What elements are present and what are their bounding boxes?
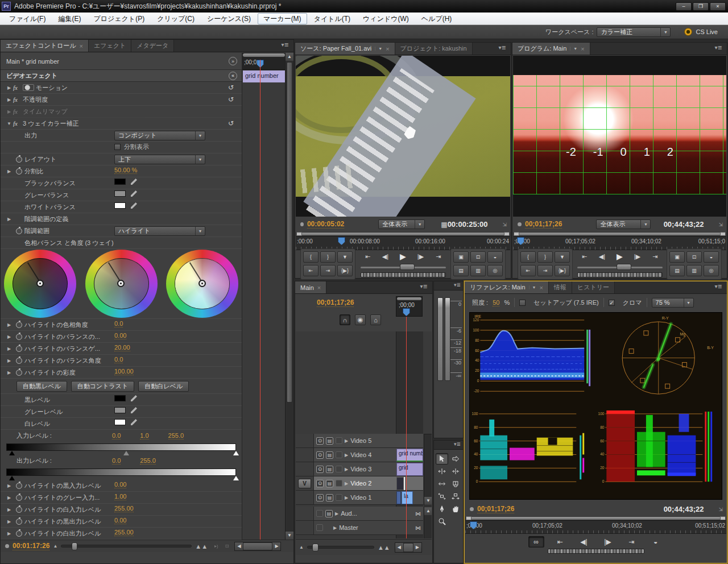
level-value[interactable]: 255.0 [140,457,156,465]
shuttle-thumb[interactable] [617,264,631,270]
clip-grid-number[interactable]: grid number [396,449,423,462]
panel-menu-icon[interactable]: ▾≣ [454,441,463,449]
track-master[interactable]: ▶ Master ⋈ [296,521,423,535]
stopwatch-icon[interactable] [16,507,22,513]
set-out-point-button[interactable]: } [320,251,336,263]
toggle-track-output-icon[interactable]: ⊙ [316,466,324,473]
tab-reference[interactable]: リファレンス: Main ▼ × [465,281,549,293]
clip-trim-edge[interactable] [396,477,404,490]
scroll-right-icon[interactable]: ▶ [272,542,280,550]
hue-wheel-highlights[interactable] [166,250,238,318]
timeline-current-timecode[interactable]: 00;01;17;26 [317,298,354,307]
goto-next-marker-button[interactable]: ⇥ [320,265,336,276]
param-value[interactable]: 0.0 [114,356,123,363]
menu-2[interactable]: プロジェクト(P) [88,13,150,24]
stopwatch-icon[interactable] [16,228,22,234]
twirl-icon[interactable]: ▶ [5,519,13,524]
twirl-icon[interactable]: ▶ [5,334,13,339]
extract-button[interactable]: ▥ [470,265,486,276]
twirl-icon[interactable]: ▶ [5,97,13,102]
zoom-slider-thumb[interactable] [72,542,77,550]
tab-source[interactable]: ソース: Paper Fall_01.avi ▼ × [295,43,395,55]
param-value[interactable]: 0.00 [114,332,126,339]
slide-tool[interactable] [449,491,462,502]
panel-menu-icon[interactable]: ▾≣ [282,40,293,52]
toggle-track-output-icon[interactable]: ⊙ [316,480,324,487]
play-button[interactable]: ▶ [613,251,627,262]
tab-metadata[interactable]: メタデータ [131,40,174,52]
track-lock-toggle[interactable] [336,480,342,487]
close-icon[interactable]: × [539,284,543,291]
level-value[interactable]: 255.0 [168,432,184,439]
goto-out-button[interactable]: ⇥ [431,251,446,262]
track-source-indicator[interactable] [296,507,314,520]
toggle-track-output-icon[interactable]: ⊙ [316,494,324,501]
twirl-icon[interactable]: ▶ [5,322,13,327]
set-in-point-button[interactable]: { [303,251,318,263]
param-value[interactable]: 255.00 [114,529,134,536]
step-forward-button[interactable]: |▶ [630,251,645,262]
level-handle[interactable] [123,448,129,455]
color-swatch[interactable] [114,179,126,185]
param-dropdown[interactable]: コンポジット▼ [114,131,205,140]
stopwatch-icon[interactable] [16,483,22,489]
shuttle-thumb[interactable] [400,264,415,270]
effect-row[interactable]: ▶fx不透明度↺ [1,94,242,106]
track-lock-toggle[interactable] [336,494,342,501]
chevron-down-icon[interactable]: ▼ [570,47,577,51]
play-in-to-out-button[interactable]: {▶} [555,265,570,276]
effect-controls-mini-timeline[interactable]: ;00;00 grid number [242,53,286,540]
stopwatch-icon[interactable] [16,530,22,537]
scroll-down-icon[interactable]: ▼ [286,532,293,540]
stopwatch-icon[interactable] [16,346,22,352]
gang-button[interactable]: ∞ [528,536,544,548]
goto-out-button[interactable]: ⇥ [648,251,663,262]
auto-button-0[interactable]: 自動黒レベル [16,381,67,392]
level-handle[interactable] [9,448,15,455]
shuttle-slider[interactable] [361,264,446,271]
param-value[interactable]: 0.0 [114,320,123,327]
toggle-track-output-icon[interactable]: ⊙ [316,451,324,459]
rate-stretch-tool[interactable] [436,478,448,490]
export-icon[interactable]: ⊡ [225,544,229,549]
twirl-icon[interactable]: ▶ [5,507,13,512]
twirl-icon[interactable]: ▶ [5,109,13,114]
pen-tool[interactable] [436,503,448,515]
param-value[interactable]: 0.00 [114,517,126,524]
twirl-icon[interactable]: ▶ [5,346,13,351]
video-effects-section[interactable]: ビデオエフェクト « [1,70,242,82]
reset-icon[interactable]: ↺ [228,84,234,92]
audio-tracks-scrollbar[interactable]: ▲ [424,507,432,538]
drag-video-icon[interactable]: ▦ [441,221,447,229]
twirl-icon[interactable]: ▶ [5,169,13,174]
eyedropper-icon[interactable] [131,179,137,185]
timeline-playhead[interactable] [403,308,410,316]
set-display-style-icon[interactable]: ▤ [326,451,333,459]
twirl-icon[interactable]: ▶ [345,438,348,443]
tab-sequence-main[interactable]: Main× [295,281,326,293]
track-source-indicator[interactable] [296,448,314,462]
timeline-ruler[interactable]: ;00;00 [396,296,423,317]
source-video-area[interactable] [296,56,510,217]
reference-current-timecode[interactable]: 00;01;17;26 [477,505,514,513]
work-area-bar[interactable] [243,53,285,57]
scrollbar-thumb[interactable] [403,543,413,552]
scrollbar-thumb[interactable] [243,542,272,550]
menu-3[interactable]: クリップ(C) [151,13,200,24]
title-bar[interactable]: Pr Adobe Premiere Pro - C:¥ユーザー¥stavrosf… [0,0,728,13]
zoom-slider-thumb[interactable] [312,544,318,551]
param-value[interactable]: 255.00 [114,505,134,512]
goto-in-button[interactable]: ⇤ [577,251,592,262]
add-marker-button[interactable]: ▼ [337,251,353,263]
track-mute-toggle[interactable] [316,524,323,531]
safe-margins-button[interactable]: ⊡ [470,251,486,263]
clip-grid[interactable]: grid [396,463,423,476]
luma-value[interactable]: 50 [493,299,499,306]
param-value[interactable]: 20.00 [114,344,130,351]
levels-gradient-slider[interactable] [6,468,236,476]
step-forward-button[interactable]: |▶ [413,251,428,262]
panel-menu-icon[interactable]: ▾≣ [715,281,727,293]
set-out-point-button[interactable]: } [537,251,553,263]
eyedropper-icon[interactable] [131,407,137,413]
clip-edit-point[interactable] [404,477,405,490]
